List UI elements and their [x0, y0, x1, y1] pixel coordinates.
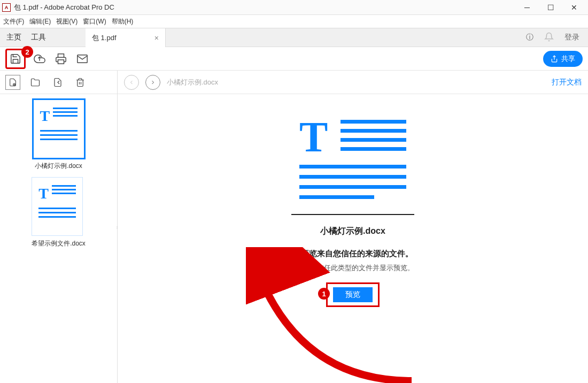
open-document-link[interactable]: 打开文档 — [552, 78, 582, 87]
sidebar: T 小橘灯示例.docx T 希望示例文件.docx — [0, 71, 118, 383]
close-button[interactable]: ✕ — [562, 0, 586, 15]
print-button[interactable] — [53, 51, 68, 66]
file-label: 小橘灯示例.docx — [33, 162, 84, 171]
login-link[interactable]: 登录 — [564, 33, 579, 42]
preview-area: T 小橘灯示例.docx 仅预览来自您信任的来源的文件。 总是信任此类型的文件并… — [118, 94, 588, 383]
help-icon[interactable]: ⓘ — [526, 33, 533, 42]
menubar: 文件(F) 编辑(E) 视图(V) 窗口(W) 帮助(H) — [0, 15, 588, 28]
nav-forward-button[interactable] — [145, 75, 160, 90]
menu-file[interactable]: 文件(F) — [3, 17, 24, 26]
nav-tools[interactable]: 工具 — [31, 33, 46, 42]
bell-icon[interactable] — [544, 32, 554, 43]
tab-close-icon[interactable]: × — [154, 34, 159, 42]
menu-edit[interactable]: 编辑(E) — [29, 17, 51, 26]
nav-home[interactable]: 主页 — [6, 33, 21, 42]
preview-toolbar: 小橘灯示例.docx 打开文档 — [118, 71, 588, 94]
portfolio-item[interactable]: T 小橘灯示例.docx — [33, 99, 84, 171]
main-toolbar: 2 共享 — [0, 47, 588, 71]
share-button[interactable]: 共享 — [543, 51, 583, 67]
delete-button[interactable] — [73, 75, 88, 90]
trust-checkbox-label: 总是信任此类型的文件并显示预览。 — [303, 263, 414, 273]
file-thumbnail: T — [32, 177, 83, 236]
save-button[interactable] — [8, 51, 23, 66]
sub-toolbar: 主页 工具 包 1.pdf × ⓘ 登录 — [0, 28, 588, 47]
file-label: 希望示例文件.docx — [32, 239, 86, 248]
window-title: 包 1.pdf - Adobe Acrobat Pro DC — [14, 3, 114, 12]
minimize-button[interactable]: ─ — [515, 0, 539, 15]
main-panel: ⋮ 小橘灯示例.docx 打开文档 T 小橘灯示例.docx 仅预览来自您信任的… — [118, 71, 588, 383]
preview-button-highlight: 预览 — [326, 282, 380, 307]
menu-window[interactable]: 窗口(W) — [83, 17, 106, 26]
document-tab[interactable]: 包 1.pdf × — [86, 28, 166, 47]
divider — [291, 214, 414, 215]
extract-button[interactable] — [50, 75, 65, 90]
add-file-button[interactable] — [5, 75, 20, 90]
mail-button[interactable] — [75, 51, 90, 66]
document-tab-label: 包 1.pdf — [92, 33, 117, 43]
menu-view[interactable]: 视图(V) — [56, 17, 78, 26]
trust-checkbox-row: 总是信任此类型的文件并显示预览。 — [291, 263, 414, 273]
cloud-upload-button[interactable] — [32, 51, 47, 66]
sidebar-toolbar — [0, 71, 117, 94]
sidebar-body: T 小橘灯示例.docx T 希望示例文件.docx — [0, 94, 117, 383]
svg-rect-1 — [78, 55, 87, 63]
app-icon: A — [2, 3, 11, 12]
titlebar: A 包 1.pdf - Adobe Acrobat Pro DC ─ ☐ ✕ — [0, 0, 588, 15]
share-button-label: 共享 — [561, 54, 575, 64]
nav-back-button[interactable] — [124, 75, 139, 90]
preview-filename: 小橘灯示例.docx — [320, 226, 385, 237]
work-area: T 小橘灯示例.docx T 希望示例文件.docx — [0, 71, 588, 383]
maximize-button[interactable]: ☐ — [539, 0, 562, 15]
menu-help[interactable]: 帮助(H) — [112, 17, 134, 26]
breadcrumb-filename: 小橘灯示例.docx — [167, 78, 218, 87]
preview-warning: 仅预览来自您信任的来源的文件。 — [293, 249, 413, 259]
annotation-badge-2: 2 — [21, 46, 33, 58]
panel-resize-handle[interactable]: ⋮ — [115, 216, 119, 238]
svg-rect-0 — [58, 59, 64, 63]
trust-checkbox[interactable] — [291, 264, 299, 272]
folder-button[interactable] — [28, 75, 43, 90]
large-file-icon: T — [299, 116, 406, 199]
file-thumbnail: T — [33, 99, 84, 158]
annotation-badge-1: 1 — [318, 288, 330, 300]
portfolio-item[interactable]: T 希望示例文件.docx — [32, 177, 86, 248]
preview-button[interactable]: 预览 — [333, 287, 373, 302]
